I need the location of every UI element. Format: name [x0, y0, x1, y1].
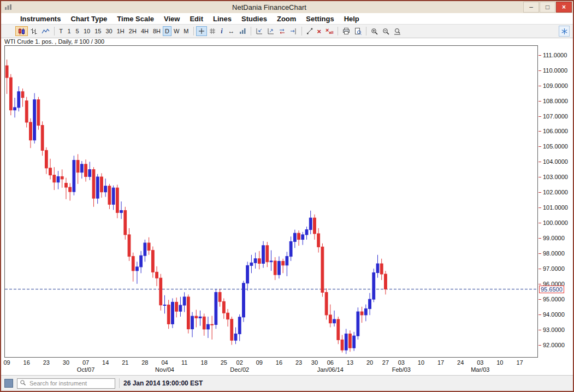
toolbar-separator: [193, 27, 194, 35]
plot-column: WTI Crude 1. pos. , Daily, # 100 / 300 0…: [1, 38, 538, 375]
delete-all-button[interactable]: ×all: [323, 26, 335, 36]
y-axis-tick: [539, 86, 541, 86]
menu-zoom[interactable]: Zoom: [272, 15, 301, 23]
crosshair-button[interactable]: [196, 26, 207, 36]
title-bar[interactable]: NetDania FinanceChart – □ ×: [1, 1, 573, 13]
y-axis-tick: [539, 253, 541, 254]
y-axis-label: 93.0000: [543, 326, 565, 333]
trendline-button[interactable]: [304, 26, 315, 36]
search-input[interactable]: [28, 379, 113, 387]
chart-area: WTI Crude 1. pos. , Daily, # 100 / 300 0…: [1, 38, 573, 375]
y-axis-label: 108.0000: [543, 98, 568, 104]
menu-studies[interactable]: Studies: [236, 15, 272, 23]
x-axis-label: 30: [311, 359, 318, 366]
menu-time-scale[interactable]: Time Scale: [112, 15, 159, 23]
instrument-list-icon[interactable]: [4, 379, 13, 388]
plot-area[interactable]: [4, 45, 538, 358]
timescale-15m-button[interactable]: 15: [92, 26, 103, 36]
x-axis-label: 03: [398, 359, 405, 366]
toolbar: T151015301H2H4H8HDWMi↔××all: [1, 24, 573, 38]
print-button[interactable]: [340, 26, 352, 36]
snap-marker-button[interactable]: [288, 26, 299, 36]
close-button[interactable]: ×: [556, 2, 572, 13]
y-axis-tick: [539, 330, 541, 330]
toolbar-separator: [338, 27, 338, 35]
delete-selected-button[interactable]: ×: [315, 26, 324, 36]
timescale-tick-button[interactable]: T: [57, 26, 65, 36]
timescale-5m-button[interactable]: 5: [73, 26, 81, 36]
y-axis-label: 109.0000: [543, 82, 568, 89]
menu-instruments[interactable]: Instruments: [15, 15, 66, 23]
print-preview-button[interactable]: [352, 26, 364, 36]
x-axis-month-label: Nov/04: [155, 366, 174, 373]
info-button[interactable]: i: [218, 26, 226, 36]
timescale-4h-button[interactable]: 4H: [139, 26, 151, 36]
timescale-2h-button[interactable]: 2H: [127, 26, 139, 36]
horizontal-scale-button[interactable]: ↔: [226, 26, 237, 36]
x-axis-label: 07: [82, 359, 89, 366]
x-axis-label: 17: [437, 359, 444, 366]
y-axis-tick: [539, 177, 541, 177]
search-box[interactable]: [17, 378, 115, 389]
x-axis-label: 23: [43, 359, 50, 366]
time-marker-button[interactable]: [265, 26, 276, 36]
zoom-out-button[interactable]: [380, 26, 392, 36]
y-axis[interactable]: 111.0000110.0000109.0000108.0000107.0000…: [538, 38, 573, 375]
connection-button[interactable]: [559, 26, 570, 37]
x-axis-month-label: Oct/07: [77, 366, 94, 373]
timescale-weekly-button[interactable]: W: [171, 26, 181, 36]
menu-chart-type[interactable]: Chart Type: [66, 15, 112, 23]
y-axis-tick: [539, 345, 541, 346]
y-axis-tick: [539, 116, 541, 117]
x-axis-month-label: Jan/06/14: [317, 366, 344, 373]
volume-button[interactable]: [237, 26, 248, 36]
menu-lines[interactable]: Lines: [208, 15, 236, 23]
x-axis-label: 14: [102, 359, 109, 366]
x-axis-month-label: Feb/03: [392, 366, 411, 373]
x-axis-label: 06: [327, 359, 334, 366]
timescale-monthly-button[interactable]: M: [181, 26, 191, 36]
ohlc-chart-button[interactable]: [28, 26, 39, 36]
menu-help[interactable]: Help: [339, 15, 364, 23]
toolbar-separator: [54, 27, 55, 35]
x-axis-label: 23: [295, 359, 302, 366]
zoom-in-button[interactable]: [369, 26, 380, 36]
y-axis-tick: [539, 162, 541, 162]
grid-button[interactable]: [207, 26, 218, 36]
maximize-button[interactable]: □: [540, 2, 555, 13]
y-axis-label: 107.0000: [543, 113, 568, 120]
search-icon: [20, 378, 26, 388]
timescale-daily-button[interactable]: D: [163, 26, 171, 36]
statusbar-divider: [119, 378, 120, 388]
y-axis-tick: [539, 146, 541, 147]
y-axis-tick: [539, 269, 541, 269]
x-axis-month-label: Mar/03: [471, 366, 489, 373]
y-axis-label: 106.0000: [543, 128, 568, 134]
x-axis-label: 24: [457, 359, 464, 366]
menu-view[interactable]: View: [159, 15, 185, 23]
value-marker-button[interactable]: [253, 26, 265, 36]
timescale-1h-button[interactable]: 1H: [115, 26, 127, 36]
y-axis-tick: [539, 70, 541, 71]
zoom-fit-button[interactable]: [392, 26, 403, 36]
y-axis-tick: [539, 223, 541, 223]
x-axis-label: 13: [347, 359, 353, 366]
x-axis-label: 21: [122, 359, 128, 366]
y-axis-label: 111.0000: [543, 52, 567, 58]
menu-edit[interactable]: Edit: [185, 15, 208, 23]
y-axis-label: 103.0000: [543, 174, 568, 180]
timescale-10m-button[interactable]: 10: [81, 26, 92, 36]
minimize-button[interactable]: –: [523, 2, 539, 13]
x-axis-label: 09: [3, 359, 10, 366]
y-axis-label: 100.0000: [543, 219, 568, 226]
dual-marker-button[interactable]: [276, 26, 288, 36]
timescale-30m-button[interactable]: 30: [104, 26, 115, 36]
timescale-8h-button[interactable]: 8H: [151, 26, 163, 36]
timescale-1m-button[interactable]: 1: [65, 26, 73, 36]
x-axis-label: 03: [477, 359, 483, 366]
line-chart-button[interactable]: [39, 26, 52, 36]
y-axis-tick: [539, 192, 541, 193]
y-axis-tick: [539, 238, 541, 239]
menu-settings[interactable]: Settings: [301, 15, 339, 23]
candlestick-chart-button[interactable]: [15, 26, 28, 36]
